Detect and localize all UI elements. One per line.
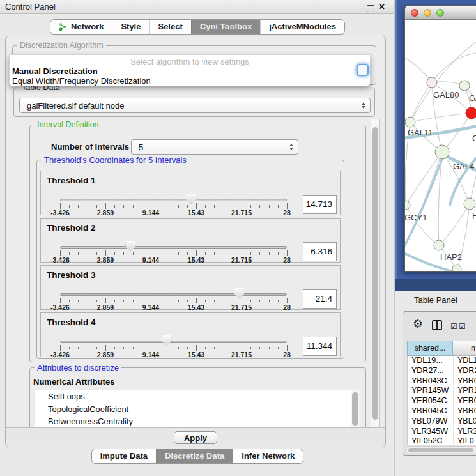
- tick-mark: [169, 205, 169, 208]
- list-scrollbar-thumb[interactable]: [352, 392, 358, 426]
- tick-mark: [114, 347, 115, 349]
- tick-mark: [242, 250, 242, 256]
- tick-mark: [269, 205, 270, 208]
- tick-mark: [259, 205, 260, 208]
- settings-scrollbar[interactable]: [371, 119, 380, 427]
- tick-mark: [60, 250, 61, 256]
- tick-mark: [278, 300, 279, 302]
- tick-mark: [278, 347, 279, 349]
- algorithm-option-manual[interactable]: Manual Discretization: [12, 66, 98, 76]
- tick-label: 28: [283, 256, 291, 264]
- table-row[interactable]: YBL079W YBL0: [408, 417, 476, 427]
- table-horizontal-scrollbar[interactable]: [407, 446, 476, 453]
- tick-mark: [169, 347, 169, 349]
- column-header-name[interactable]: n: [453, 341, 476, 356]
- tab-impute-data[interactable]: Impute Data: [92, 449, 156, 463]
- tab-style[interactable]: Style: [112, 20, 149, 34]
- table-row[interactable]: YDL19... YDL1: [408, 356, 476, 366]
- node-hap2[interactable]: [434, 240, 444, 250]
- tick-mark: [123, 252, 124, 255]
- list-item[interactable]: TopologicalCoefficient: [35, 403, 360, 416]
- table-row[interactable]: YIL052C YIL0: [408, 436, 476, 445]
- threshold-value-field[interactable]: 6.316: [303, 242, 337, 261]
- gear-icon[interactable]: ⚙: [413, 317, 423, 331]
- mac-minimize-icon[interactable]: [424, 9, 431, 17]
- table-horizontal-scrollbar-thumb[interactable]: [408, 448, 473, 452]
- tab-cyni-toolbox[interactable]: Cyni Toolbox: [191, 20, 260, 34]
- slider-track[interactable]: [60, 246, 287, 249]
- node-gal4[interactable]: [435, 145, 449, 159]
- algorithm-option-equal-width[interactable]: Equal Width/Frequency Discretization: [12, 76, 151, 86]
- tick-mark: [169, 252, 169, 255]
- cell-name: YIL0: [454, 436, 476, 445]
- node-gcy1[interactable]: [405, 201, 410, 210]
- table-row[interactable]: YER054C YER0: [408, 396, 476, 406]
- tab-jactivemnodules-label: jActiveMNodules: [269, 22, 336, 31]
- node-h-partial[interactable]: [464, 198, 475, 210]
- tick-mark: [259, 252, 260, 255]
- table-row[interactable]: YBR043C YBR0: [408, 376, 476, 387]
- float-window-icon[interactable]: [367, 5, 374, 12]
- columns-icon[interactable]: [432, 320, 442, 330]
- list-item[interactable]: BetweennessCentrality: [35, 415, 360, 427]
- threshold-panel: Threshold 3 -3.4262.8599.14415.4321.7152…: [40, 265, 341, 310]
- slider-track[interactable]: [60, 341, 287, 343]
- threshold-value-field[interactable]: 14.713: [303, 195, 337, 214]
- node-red[interactable]: [466, 107, 476, 119]
- tick-mark: [114, 205, 115, 208]
- threshold-value-field[interactable]: 21.4: [303, 289, 337, 309]
- algorithm-combo-focus-ring[interactable]: [357, 64, 369, 76]
- node-label-gcy1: GCY1: [405, 213, 427, 222]
- cell-name: YER0: [454, 396, 476, 406]
- tick-mark: [214, 300, 215, 302]
- threshold-value-field[interactable]: 11.344: [303, 337, 337, 356]
- attributes-group: Attributes to discretize Numerical Attri…: [29, 367, 366, 427]
- slider-track[interactable]: [60, 199, 287, 201]
- close-icon[interactable]: ✕: [378, 2, 385, 12]
- table-header-row: shared... n: [407, 341, 476, 356]
- list-item[interactable]: SelfLoops: [35, 390, 360, 403]
- network-graph: GAL80 GA C GAL11 GAL4 GCY1 H HAP2: [405, 20, 476, 272]
- mac-close-icon[interactable]: [411, 9, 418, 17]
- tab-jactivemnodules[interactable]: jActiveMNodules: [260, 20, 344, 34]
- tick-mark: [178, 205, 179, 208]
- tick-mark: [178, 252, 179, 255]
- table-row[interactable]: YLR345W YLR3: [408, 427, 476, 437]
- tick-mark: [287, 203, 288, 209]
- tick-label: 2.859: [97, 303, 114, 311]
- tick-mark: [78, 205, 79, 208]
- tick-mark: [60, 203, 61, 209]
- tab-select[interactable]: Select: [149, 20, 190, 34]
- tab-discretize-data[interactable]: Discretize Data: [156, 449, 233, 463]
- settings-scrollbar-thumb[interactable]: [372, 127, 378, 420]
- table-row[interactable]: YPR145W YPR1: [408, 386, 476, 396]
- table-row[interactable]: YDR27... YDR2: [408, 366, 476, 376]
- tick-mark: [224, 347, 224, 349]
- node-partial-bottom[interactable]: [452, 265, 461, 272]
- table-data-combo[interactable]: galFiltered.sif default node: [19, 98, 371, 113]
- tick-mark: [287, 250, 288, 256]
- cell-name: YDL1: [454, 356, 476, 366]
- checkbox-icon[interactable]: ☑: [450, 322, 457, 331]
- node-gal80[interactable]: [427, 77, 437, 88]
- tick-mark: [142, 205, 142, 208]
- network-canvas[interactable]: GAL80 GA C GAL11 GAL4 GCY1 H HAP2: [405, 20, 476, 272]
- tab-infer-network[interactable]: Infer Network: [233, 449, 303, 463]
- tab-network[interactable]: Network: [50, 20, 112, 34]
- slider-track[interactable]: [60, 293, 287, 296]
- node-gal11[interactable]: [405, 117, 415, 127]
- node-gal-partial[interactable]: [459, 81, 470, 91]
- table-row[interactable]: YBR045C YBR0: [408, 406, 476, 417]
- network-window[interactable]: GAL80 GA C GAL11 GAL4 GCY1 H HAP2: [404, 5, 476, 272]
- checkbox-icon[interactable]: ☑: [459, 322, 466, 331]
- tick-mark: [178, 347, 179, 349]
- cell-name: YPR1: [454, 386, 476, 396]
- tick-mark: [196, 250, 197, 256]
- number-of-intervals-combo[interactable]: 5: [131, 139, 298, 155]
- tick-mark: [250, 347, 251, 349]
- column-header-shared-name[interactable]: shared...: [407, 341, 453, 356]
- mac-zoom-icon[interactable]: [436, 9, 444, 17]
- network-window-titlebar[interactable]: [405, 6, 476, 20]
- apply-button[interactable]: Apply: [174, 431, 217, 444]
- threshold-label: Threshold 3: [47, 270, 96, 280]
